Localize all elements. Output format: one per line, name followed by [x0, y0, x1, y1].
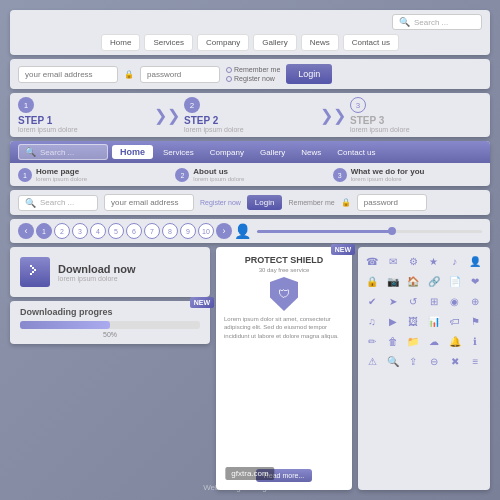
remember-label: Remember me — [234, 66, 280, 73]
page-btn-7[interactable]: 7 — [144, 223, 160, 239]
nav2-contact[interactable]: Contact us — [331, 146, 381, 159]
email-field-2[interactable] — [104, 194, 194, 211]
search-icon-1: 🔍 — [399, 17, 410, 27]
page-prev[interactable]: ‹ — [18, 223, 34, 239]
email-field-1[interactable] — [18, 66, 118, 83]
protect-new-badge: NEW — [331, 244, 355, 255]
icon-home[interactable]: 🏠 — [405, 273, 421, 289]
page-item-3: 3 What we do for you lorem ipsum dolore — [333, 167, 482, 182]
icon-flag[interactable]: ⚑ — [467, 313, 483, 329]
password-field-2[interactable] — [357, 194, 427, 211]
login-button-1[interactable]: Login — [286, 64, 332, 84]
page-title-2: About us — [193, 167, 244, 176]
icon-heart[interactable]: ❤ — [467, 273, 483, 289]
step-arrow-1: ❯❯ — [154, 106, 180, 125]
icon-pencil[interactable]: ✏ — [364, 333, 380, 349]
icon-trash[interactable]: 🗑 — [385, 333, 401, 349]
nav-bar-2: 🔍 Search ... Home Services Company Galle… — [10, 141, 490, 186]
icon-lock[interactable]: 🔒 — [364, 273, 380, 289]
search-label-3: Search ... — [40, 198, 74, 207]
page-btn-3[interactable]: 3 — [72, 223, 88, 239]
left-col: Download now lorem ipsum dolore NEW Down… — [10, 247, 210, 490]
icon-music[interactable]: ♪ — [447, 253, 463, 269]
icon-doc[interactable]: 📄 — [447, 273, 463, 289]
icon-video[interactable]: ▶ — [385, 313, 401, 329]
nav-bar-2-pages: 1 Home page lorem ipsum dolore 2 About u… — [10, 163, 490, 186]
login-button-2[interactable]: Login — [247, 195, 283, 210]
icon-info[interactable]: ℹ — [467, 333, 483, 349]
nav-home-link[interactable]: Home — [112, 145, 153, 159]
page-btn-10[interactable]: 10 — [198, 223, 214, 239]
icon-check[interactable]: ✔ — [364, 293, 380, 309]
icon-cloud[interactable]: ☁ — [426, 333, 442, 349]
icon-user[interactable]: 👤 — [467, 253, 483, 269]
nav2-news[interactable]: News — [295, 146, 327, 159]
step-2-title: STEP 2 — [184, 115, 218, 126]
icon-settings[interactable]: ⚙ — [405, 253, 421, 269]
nav2-services[interactable]: Services — [157, 146, 200, 159]
nav-link-contact[interactable]: Contact us — [343, 34, 399, 51]
page-sub-2: lorem ipsum dolore — [193, 176, 244, 182]
icon-star[interactable]: ★ — [426, 253, 442, 269]
icon-link[interactable]: 🔗 — [426, 273, 442, 289]
slider-thumb[interactable] — [388, 227, 396, 235]
nav2-company[interactable]: Company — [204, 146, 250, 159]
lock-icon-1: 🔒 — [124, 70, 134, 79]
icon-arrow[interactable]: ➤ — [385, 293, 401, 309]
progress-title: Downloading progres — [20, 307, 200, 317]
icons-grid: ☎ ✉ ⚙ ★ ♪ 👤 🔒 📷 🏠 🔗 📄 ❤ ✔ ➤ ↺ ⊞ ◉ ⊕ ♫ ▶ … — [358, 247, 490, 490]
search-box-1[interactable]: 🔍 Search ... — [392, 14, 482, 30]
icon-sound[interactable]: ♫ — [364, 313, 380, 329]
remember-radio[interactable] — [226, 67, 232, 73]
icon-plus-circle[interactable]: ⊕ — [467, 293, 483, 309]
download-icon — [20, 257, 50, 287]
icon-cross[interactable]: ✖ — [447, 353, 463, 369]
page-item-1: 1 Home page lorem ipsum dolore — [18, 167, 167, 182]
nav-link-news[interactable]: News — [301, 34, 339, 51]
page-next[interactable]: › — [216, 223, 232, 239]
register-radio[interactable] — [226, 76, 232, 82]
search-box-3[interactable]: 🔍 Search ... — [18, 195, 98, 211]
main-container: 🔍 Search ... Home Services Company Galle… — [0, 0, 500, 500]
icon-search[interactable]: 🔍 — [385, 353, 401, 369]
icon-chart[interactable]: 📊 — [426, 313, 442, 329]
nav-link-home[interactable]: Home — [101, 34, 140, 51]
page-btn-8[interactable]: 8 — [162, 223, 178, 239]
icon-folder[interactable]: 📁 — [405, 333, 421, 349]
login-row-2: 🔍 Search ... Register now Login Remember… — [10, 190, 490, 215]
nav2-gallery[interactable]: Gallery — [254, 146, 291, 159]
icon-warning[interactable]: ⚠ — [364, 353, 380, 369]
icon-phone[interactable]: ☎ — [364, 253, 380, 269]
step-1-num: 1 — [18, 97, 34, 113]
icon-circle[interactable]: ◉ — [447, 293, 463, 309]
page-btn-5[interactable]: 5 — [108, 223, 124, 239]
icon-refresh[interactable]: ↺ — [405, 293, 421, 309]
page-num-1: 1 — [18, 168, 32, 182]
icon-email[interactable]: ✉ — [385, 253, 401, 269]
register-link-2[interactable]: Register now — [200, 199, 241, 206]
slider-container[interactable] — [257, 230, 482, 233]
search-box-2[interactable]: 🔍 Search ... — [18, 144, 108, 160]
page-btn-2[interactable]: 2 — [54, 223, 70, 239]
icon-tag[interactable]: 🏷 — [447, 313, 463, 329]
register-label: Register now — [234, 75, 275, 82]
icon-share[interactable]: ⇪ — [405, 353, 421, 369]
icon-menu[interactable]: ≡ — [467, 353, 483, 369]
nav-link-gallery[interactable]: Gallery — [253, 34, 296, 51]
icon-bell[interactable]: 🔔 — [447, 333, 463, 349]
icon-camera[interactable]: 📷 — [385, 273, 401, 289]
nav-link-company[interactable]: Company — [197, 34, 249, 51]
page-btn-1[interactable]: 1 — [36, 223, 52, 239]
page-btn-6[interactable]: 6 — [126, 223, 142, 239]
password-field-1[interactable] — [140, 66, 220, 83]
progress-card: NEW Downloading progres 50% — [10, 301, 210, 344]
step-1: 1 STEP 1 lorem ipsum dolore — [18, 97, 150, 133]
icon-image[interactable]: 🖼 — [405, 313, 421, 329]
page-btn-9[interactable]: 9 — [180, 223, 196, 239]
nav-link-services[interactable]: Services — [144, 34, 193, 51]
page-sub-3: lorem ipsum dolore — [351, 176, 425, 182]
page-btn-4[interactable]: 4 — [90, 223, 106, 239]
icon-minus[interactable]: ⊖ — [426, 353, 442, 369]
icon-grid[interactable]: ⊞ — [426, 293, 442, 309]
search-icon-2: 🔍 — [25, 147, 36, 157]
